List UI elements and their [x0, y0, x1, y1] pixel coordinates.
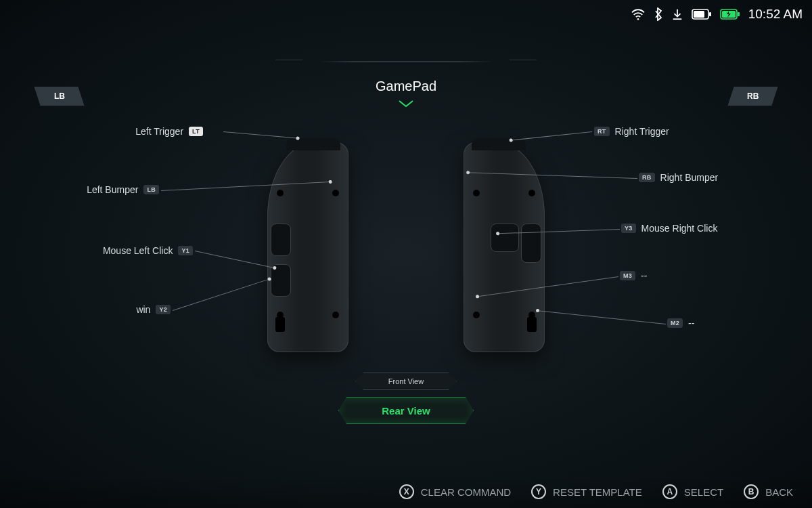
download-icon: [671, 8, 683, 20]
svg-rect-2: [709, 12, 711, 16]
action-back[interactable]: B BACK: [744, 484, 793, 499]
key-badge: RB: [639, 173, 655, 182]
battery-charging-icon: [720, 9, 740, 20]
label-m3[interactable]: M3 --: [620, 270, 647, 281]
action-reset-template[interactable]: Y RESET TEMPLATE: [531, 484, 642, 499]
front-view-button[interactable]: Front View: [355, 373, 457, 390]
key-badge: LB: [143, 185, 159, 194]
label-m2[interactable]: M2 --: [667, 318, 694, 329]
battery-outline-icon: [692, 9, 712, 20]
key-badge: LT: [189, 127, 203, 136]
a-button-icon: A: [662, 484, 677, 499]
y-button-icon: Y: [531, 484, 546, 499]
key-badge: M2: [667, 318, 683, 328]
action-bar: X CLEAR COMMAND Y RESET TEMPLATE A SELEC…: [0, 475, 812, 508]
bluetooth-icon: [654, 7, 663, 21]
page-title-wrap: GamePad: [0, 79, 812, 110]
view-switcher: Front View Rear View: [338, 373, 474, 424]
label-text: --: [641, 270, 647, 281]
svg-point-0: [637, 18, 639, 20]
x-button-icon: X: [399, 484, 414, 499]
rear-view-button[interactable]: Rear View: [338, 397, 474, 424]
chevron-down-icon: [398, 100, 414, 108]
label-win[interactable]: win Y2: [136, 304, 171, 315]
label-right-bumper[interactable]: RB Right Bumper: [639, 172, 718, 183]
svg-rect-5: [738, 12, 740, 16]
action-label: SELECT: [684, 486, 723, 498]
wifi-icon: [631, 8, 646, 20]
label-text: Left Bumper: [87, 184, 138, 195]
label-left-bumper[interactable]: Left Bumper LB: [87, 184, 159, 195]
label-text: Mouse Right Click: [641, 223, 718, 234]
controller-left: [267, 142, 348, 352]
label-right-trigger[interactable]: RT Right Trigger: [594, 126, 669, 137]
clock-text: 10:52 AM: [748, 7, 803, 22]
svg-rect-3: [694, 11, 704, 18]
key-badge: Y1: [178, 246, 193, 255]
label-text: Mouse Left Click: [103, 245, 173, 256]
label-text: Right Bumper: [660, 172, 719, 183]
key-badge: M3: [620, 271, 635, 280]
label-text: win: [136, 304, 150, 315]
b-button-icon: B: [744, 484, 759, 499]
key-badge: Y2: [156, 305, 171, 314]
page-title: GamePad: [0, 79, 812, 94]
label-text: --: [688, 318, 694, 329]
label-mouse-right-click[interactable]: Y3 Mouse Right Click: [621, 223, 717, 234]
key-badge: Y3: [621, 224, 636, 233]
label-text: Right Trigger: [615, 126, 669, 137]
title-decoration: [318, 61, 494, 62]
key-badge: RT: [594, 127, 610, 136]
label-left-trigger[interactable]: Left Trigger LT: [135, 126, 203, 137]
action-label: CLEAR COMMAND: [421, 486, 511, 498]
action-label: RESET TEMPLATE: [553, 486, 642, 498]
action-select[interactable]: A SELECT: [662, 484, 723, 499]
action-clear-command[interactable]: X CLEAR COMMAND: [399, 484, 511, 499]
label-text: Left Trigger: [135, 126, 183, 137]
action-label: BACK: [765, 486, 793, 498]
label-mouse-left-click[interactable]: Mouse Left Click Y1: [103, 245, 193, 256]
status-bar: 10:52 AM: [631, 7, 803, 22]
